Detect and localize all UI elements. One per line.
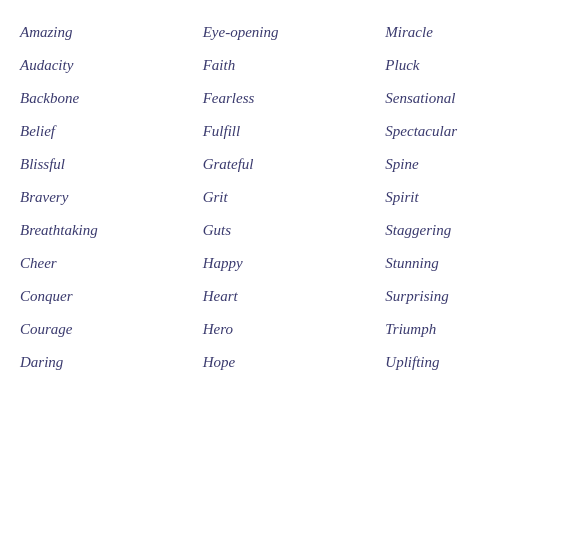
word-item-col3: Spectacular: [373, 115, 556, 148]
word-item-col3: Miracle: [373, 16, 556, 49]
word-item-col1: Courage: [8, 313, 191, 346]
word-item-col1: Belief: [8, 115, 191, 148]
word-item-col2: Faith: [191, 49, 374, 82]
word-item-col2: Hope: [191, 346, 374, 379]
word-item-col3: Staggering: [373, 214, 556, 247]
word-item-col3: Spine: [373, 148, 556, 181]
word-item-col2: Eye-opening: [191, 16, 374, 49]
word-item-col3: Spirit: [373, 181, 556, 214]
word-item-col1: Bravery: [8, 181, 191, 214]
word-item-col2: Grit: [191, 181, 374, 214]
word-item-col2: Guts: [191, 214, 374, 247]
word-item-col2: Hero: [191, 313, 374, 346]
word-item-col3: Uplifting: [373, 346, 556, 379]
word-item-col3: Surprising: [373, 280, 556, 313]
word-item-col1: Breathtaking: [8, 214, 191, 247]
word-item-col2: Happy: [191, 247, 374, 280]
word-item-col3: Stunning: [373, 247, 556, 280]
word-item-col3: Triumph: [373, 313, 556, 346]
word-item-col1: Daring: [8, 346, 191, 379]
word-item-col2: Fulfill: [191, 115, 374, 148]
word-grid: AmazingEye-openingMiracleAudacityFaithPl…: [8, 16, 556, 379]
word-item-col2: Heart: [191, 280, 374, 313]
word-item-col2: Fearless: [191, 82, 374, 115]
word-item-col3: Sensational: [373, 82, 556, 115]
word-item-col1: Backbone: [8, 82, 191, 115]
word-item-col1: Blissful: [8, 148, 191, 181]
word-item-col1: Conquer: [8, 280, 191, 313]
word-item-col1: Cheer: [8, 247, 191, 280]
word-item-col1: Amazing: [8, 16, 191, 49]
word-item-col3: Pluck: [373, 49, 556, 82]
word-item-col2: Grateful: [191, 148, 374, 181]
word-item-col1: Audacity: [8, 49, 191, 82]
